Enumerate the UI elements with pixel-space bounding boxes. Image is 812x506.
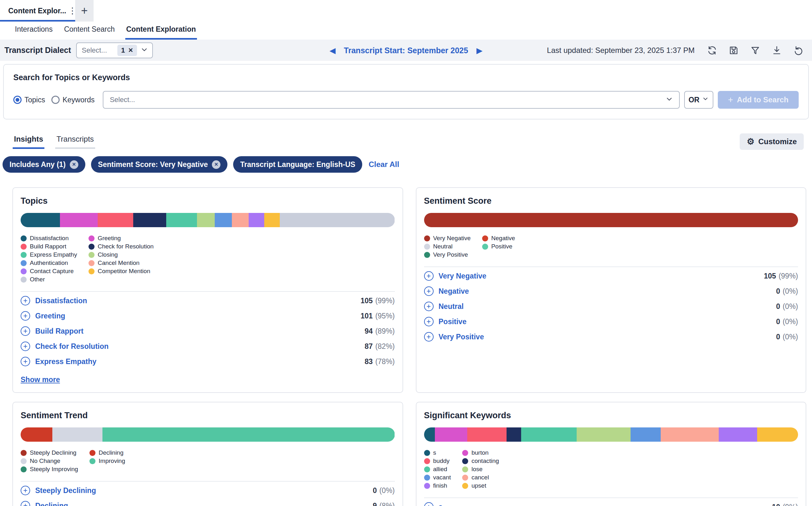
row-label-link[interactable]: Very Positive bbox=[439, 333, 484, 341]
refresh-icon[interactable] bbox=[707, 45, 718, 56]
legend-dot bbox=[88, 235, 94, 241]
radio-topics[interactable]: Topics bbox=[13, 96, 45, 104]
bar-segment-buddy[interactable] bbox=[467, 427, 506, 442]
radio-keywords[interactable]: Keywords bbox=[51, 96, 94, 104]
bar-segment-declining[interactable] bbox=[21, 427, 52, 442]
row-label-link[interactable]: Declining bbox=[35, 502, 68, 506]
bar-segment-express-empathy[interactable] bbox=[166, 213, 197, 227]
bar-segment-greeting[interactable] bbox=[60, 213, 98, 227]
bar-segment-other[interactable] bbox=[280, 213, 395, 227]
bar-segment-very-negative[interactable] bbox=[424, 213, 798, 227]
bar-segment-s[interactable] bbox=[424, 427, 435, 442]
chip-label: Sentiment Score: Very Negative bbox=[98, 160, 208, 169]
bar-segment-lose[interactable] bbox=[577, 427, 630, 442]
row-label-link[interactable]: s bbox=[439, 503, 443, 506]
chip-label: Transcript Language: English-US bbox=[240, 160, 355, 169]
chip-includes-any[interactable]: Includes Any (1) bbox=[3, 156, 85, 173]
row-label-link[interactable]: Neutral bbox=[439, 302, 464, 311]
bar-segment-allied[interactable] bbox=[521, 427, 577, 442]
row-value: 105(99%) bbox=[764, 272, 798, 280]
table-row: Negative 0(0%) bbox=[424, 283, 798, 299]
bar-segment-no-change[interactable] bbox=[52, 427, 103, 442]
row-label-link[interactable]: Steeply Declining bbox=[35, 486, 96, 495]
workspace-tab[interactable]: Content Explor... bbox=[0, 0, 75, 21]
row-percent: (0%) bbox=[783, 318, 798, 326]
expand-plus-icon[interactable] bbox=[21, 296, 30, 306]
bar-segment-cancel-mention[interactable] bbox=[232, 213, 249, 227]
chevron-down-icon[interactable] bbox=[702, 95, 709, 104]
expand-plus-icon[interactable] bbox=[424, 271, 433, 281]
tab-menu-kebab-icon[interactable] bbox=[66, 6, 79, 16]
bar-segment-improving[interactable] bbox=[103, 427, 395, 442]
filter-icon[interactable] bbox=[750, 45, 761, 56]
chip-remove-icon[interactable] bbox=[70, 160, 78, 169]
expand-plus-icon[interactable] bbox=[21, 501, 30, 506]
expand-plus-icon[interactable] bbox=[424, 286, 433, 296]
row-percent: (0%) bbox=[783, 302, 798, 311]
dialect-count-chip[interactable]: 1 bbox=[117, 45, 137, 56]
previous-period-icon[interactable] bbox=[330, 46, 336, 54]
chevron-down-icon[interactable] bbox=[140, 46, 148, 55]
row-value: 94(89%) bbox=[365, 327, 395, 336]
clear-all-link[interactable]: Clear All bbox=[368, 160, 399, 169]
bar-segment-check-for-resolution[interactable] bbox=[133, 213, 166, 227]
legend-item: burton bbox=[462, 449, 499, 456]
save-icon[interactable] bbox=[728, 45, 739, 56]
expand-plus-icon[interactable] bbox=[21, 326, 30, 336]
reset-icon[interactable] bbox=[793, 45, 804, 56]
row-label-link[interactable]: Very Negative bbox=[439, 272, 487, 280]
tab-insights[interactable]: Insights bbox=[13, 135, 45, 149]
expand-plus-icon[interactable] bbox=[424, 332, 433, 342]
chip-remove-icon[interactable] bbox=[212, 160, 220, 169]
next-period-icon[interactable] bbox=[476, 46, 482, 54]
bar-segment-burton[interactable] bbox=[435, 427, 468, 442]
period-label[interactable]: Transcript Start: September 2025 bbox=[344, 46, 468, 55]
add-to-search-button[interactable]: Add to Search bbox=[718, 91, 799, 109]
expand-plus-icon[interactable] bbox=[21, 357, 30, 366]
expand-plus-icon[interactable] bbox=[424, 317, 433, 326]
bar-segment-closing[interactable] bbox=[197, 213, 215, 227]
radio-keywords-icon[interactable] bbox=[51, 96, 60, 104]
row-label-link[interactable]: Greeting bbox=[35, 312, 65, 320]
bar-segment-vacant[interactable] bbox=[630, 427, 661, 442]
download-icon[interactable] bbox=[771, 45, 782, 56]
show-more-link[interactable]: Show more bbox=[21, 375, 60, 384]
tab-content-exploration[interactable]: Content Exploration bbox=[125, 25, 197, 39]
row-label-link[interactable]: Negative bbox=[439, 287, 469, 296]
bar-segment-upset[interactable] bbox=[757, 427, 798, 442]
tab-interactions[interactable]: Interactions bbox=[14, 25, 54, 39]
bar-segment-build-rapport[interactable] bbox=[98, 213, 133, 227]
row-label-link[interactable]: Express Empathy bbox=[35, 357, 96, 366]
expand-plus-icon[interactable] bbox=[21, 342, 30, 351]
legend-label: Very Positive bbox=[433, 251, 468, 258]
legend-dot bbox=[424, 458, 430, 464]
topic-search-select[interactable]: Select... bbox=[103, 91, 680, 109]
bar-segment-finish[interactable] bbox=[719, 427, 757, 442]
dialect-select[interactable]: Select... 1 bbox=[76, 43, 153, 58]
expand-plus-icon[interactable] bbox=[424, 502, 433, 506]
radio-topics-icon[interactable] bbox=[13, 96, 21, 104]
row-label-link[interactable]: Check for Resolution bbox=[35, 342, 109, 351]
expand-plus-icon[interactable] bbox=[21, 486, 30, 495]
legend-label: Steeply Improving bbox=[30, 466, 78, 473]
expand-plus-icon[interactable] bbox=[424, 302, 433, 311]
chip-sentiment-score[interactable]: Sentiment Score: Very Negative bbox=[91, 156, 227, 173]
tab-content-search[interactable]: Content Search bbox=[63, 25, 116, 39]
bar-segment-dissatisfaction[interactable] bbox=[21, 213, 60, 227]
row-label-link[interactable]: Build Rapport bbox=[35, 327, 83, 336]
chip-transcript-language[interactable]: Transcript Language: English-US bbox=[233, 156, 362, 173]
bar-segment-contact-capture[interactable] bbox=[249, 213, 264, 227]
bar-segment-contacting[interactable] bbox=[506, 427, 521, 442]
bar-segment-competitor-mention[interactable] bbox=[264, 213, 280, 227]
bar-segment-authentication[interactable] bbox=[215, 213, 232, 227]
bar-segment-cancel[interactable] bbox=[661, 427, 719, 442]
row-label-link[interactable]: Dissatisfaction bbox=[35, 297, 87, 305]
chevron-down-icon[interactable] bbox=[665, 95, 673, 104]
row-label-link[interactable]: Positive bbox=[439, 318, 467, 326]
tab-transcripts[interactable]: Transcripts bbox=[55, 135, 95, 149]
operator-select[interactable]: OR bbox=[684, 91, 714, 109]
dialect-clear-icon[interactable] bbox=[128, 47, 133, 54]
topics-panel: Topics Dissatisfaction Build Rapport Exp… bbox=[12, 187, 403, 393]
expand-plus-icon[interactable] bbox=[21, 311, 30, 321]
customize-button[interactable]: Customize bbox=[740, 134, 804, 150]
